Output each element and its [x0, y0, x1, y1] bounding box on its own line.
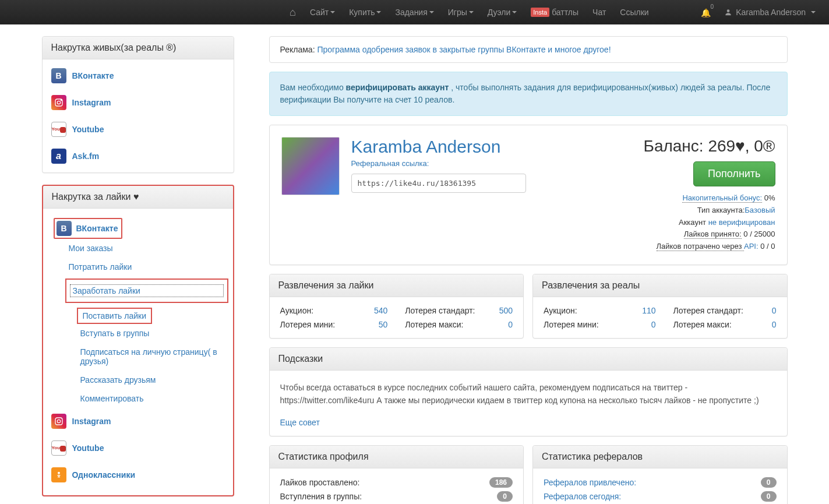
stat-ref-r2-l[interactable]: Рефералов сегодня: [544, 492, 621, 501]
referral-input[interactable] [351, 174, 526, 193]
nav-tasks[interactable]: Задания [388, 0, 440, 24]
stats-ref-title: Статистика рефералов [533, 446, 787, 468]
svg-point-5 [57, 420, 60, 422]
topup-button[interactable]: Пополнить [693, 161, 775, 186]
caret-icon [512, 11, 517, 13]
svg-point-6 [58, 472, 60, 474]
nav-chat-label: Чат [592, 8, 606, 17]
nav-site[interactable]: Сайт [303, 0, 342, 24]
sidebar-reals-insta-label: Instagram [72, 98, 111, 107]
sidebar-sub-orders[interactable]: Мои заказы [69, 244, 113, 253]
sidebar-sub-earn[interactable]: Заработать лайки [70, 284, 224, 297]
nav-duels[interactable]: Дуэли [481, 0, 524, 24]
nav-site-label: Сайт [310, 8, 329, 17]
nav-games[interactable]: Игры [441, 0, 481, 24]
ent-likes-lmax-v[interactable]: 0 [499, 320, 513, 329]
sidebar-reals-yt-label: Youtube [72, 125, 104, 134]
tips-panel: Подсказки Чтобы всегда оставаться в курс… [269, 347, 788, 436]
youtube-icon: You [51, 122, 66, 137]
sidebar-sub-comment[interactable]: Комментировать [80, 394, 144, 403]
insta-badge: Insta [531, 8, 549, 17]
bell-icon [701, 8, 711, 17]
vk-icon: B [51, 68, 66, 83]
acct-type-label: Тип аккаунта: [697, 206, 745, 214]
sidebar-likes-instagram[interactable]: Instagram [48, 408, 228, 435]
acct-type-value[interactable]: Базовый [745, 206, 775, 214]
nav-games-label: Игры [448, 8, 467, 17]
ent-likes-lstd-l: Лотерея стандарт: [405, 306, 481, 315]
stats-referrals-panel: Статистика рефералов Рефералов привлечен… [532, 445, 788, 504]
sidebar-likes-youtube[interactable]: YouYoutube [48, 435, 228, 461]
sidebar-reals-ask-label: Ask.fm [72, 151, 100, 161]
stat-prof-r1-v: 186 [489, 477, 513, 488]
likes-received-value: 0 / 25000 [742, 230, 775, 238]
entertainment-likes-panel: Развлечения за лайки Аукцион:540 Лотерея… [269, 274, 524, 339]
ent-reals-title: Развлечения за реалы [533, 274, 787, 297]
instagram-icon [51, 414, 66, 429]
nav-user-name: Karamba Anderson [736, 8, 806, 17]
stat-ref-r1-l[interactable]: Рефералов привлечено: [544, 478, 636, 487]
sidebar-reals-askfm[interactable]: aAsk.fm [43, 143, 234, 170]
stat-prof-r2-l: Вступления в группы: [280, 492, 362, 501]
nav-notifications[interactable]: 0 [695, 7, 720, 17]
sidebar-sub-groups[interactable]: Вступать в группы [80, 329, 150, 338]
nav-chat[interactable]: Чат [585, 0, 613, 24]
ent-reals-lmin-v[interactable]: 0 [642, 320, 655, 329]
vk-icon: B [57, 221, 72, 236]
stats-profile-title: Статистика профиля [270, 446, 524, 468]
alert-verify-link[interactable]: верифицировать аккаунт [346, 83, 449, 92]
verify-alert: Вам необходимо верифицировать аккаунт , … [269, 72, 788, 116]
sidebar-sub-subscribe[interactable]: Подписаться на личную страницу( в друзья… [80, 347, 217, 366]
ent-likes-auc-v[interactable]: 540 [374, 306, 387, 315]
caret-icon [469, 11, 474, 13]
sidebar-likes-vk[interactable]: BВКонтакте [54, 218, 123, 239]
tips-more-link[interactable]: Еще совет [280, 418, 320, 427]
askfm-icon: a [51, 149, 66, 164]
caret-icon [811, 11, 816, 13]
sidebar-reals-youtube[interactable]: YouYoutube [43, 116, 234, 143]
sidebar-reals-vk-label: ВКонтакте [72, 71, 114, 80]
ent-reals-lmin-l: Лотерея мини: [544, 320, 625, 329]
tips-title: Подсказки [270, 348, 787, 371]
stat-prof-r1-l: Лайков проставлено: [280, 478, 360, 487]
ent-reals-lstd-v[interactable]: 0 [772, 306, 777, 315]
ent-reals-lmax-v[interactable]: 0 [772, 320, 777, 329]
nav-home[interactable] [283, 0, 303, 24]
acct-status-value[interactable]: не верифицирован [708, 218, 775, 227]
ent-likes-title: Развлечения за лайки [270, 274, 524, 297]
sidebar-sub-put-likes[interactable]: Поставить лайки [83, 311, 146, 320]
sidebar-sub-tell[interactable]: Рассказать друзьям [80, 375, 156, 385]
nav-duels-label: Дуэли [488, 8, 510, 17]
nav-links[interactable]: Ссылки [613, 0, 655, 24]
ent-reals-auc-v[interactable]: 110 [642, 306, 655, 315]
acct-status-label: Аккаунт [679, 218, 708, 227]
ad-link[interactable]: Программа одобрения заявок в закрытые гр… [317, 45, 611, 54]
svg-rect-4 [55, 418, 62, 425]
nav-tasks-label: Задания [395, 8, 427, 17]
likes-api-label: Лайков потрачено через [657, 242, 745, 251]
instagram-icon [51, 95, 66, 110]
sidebar-reals-vk[interactable]: BВКонтакте [43, 62, 234, 89]
bonus-label[interactable]: Накопительный бонус: [682, 193, 762, 203]
sidebar-reals-instagram[interactable]: Instagram [43, 89, 234, 116]
ent-likes-lstd-v[interactable]: 500 [499, 306, 513, 315]
nav-battles[interactable]: Instaбаттлы [524, 0, 585, 24]
home-icon [290, 6, 296, 19]
entertainment-reals-panel: Развлечения за реалы Аукцион:110 Лотерея… [532, 274, 788, 339]
nav-user-menu[interactable]: Karamba Anderson [719, 8, 820, 17]
likes-received-label: Лайков принято: [684, 230, 742, 239]
ent-likes-lmin-v[interactable]: 50 [374, 320, 387, 329]
svg-point-2 [57, 101, 60, 104]
sidebar-likes-yt-label: Youtube [72, 443, 104, 453]
sidebar-likes-ok[interactable]: Одноклассники [48, 461, 228, 488]
sidebar-sub-spend[interactable]: Потратить лайки [69, 262, 132, 272]
nav-buy-label: Купить [349, 8, 375, 17]
caret-icon [429, 11, 434, 13]
api-link[interactable]: API: [744, 242, 759, 251]
ent-likes-lmin-l: Лотерея мини: [280, 320, 357, 329]
likes-api-value: 0 / 0 [759, 242, 775, 251]
sidebar-likes-vk-label: ВКонтакте [76, 224, 118, 233]
caret-icon [330, 11, 335, 13]
profile-name: Karamba Anderson [351, 137, 632, 157]
nav-buy[interactable]: Купить [342, 0, 388, 24]
